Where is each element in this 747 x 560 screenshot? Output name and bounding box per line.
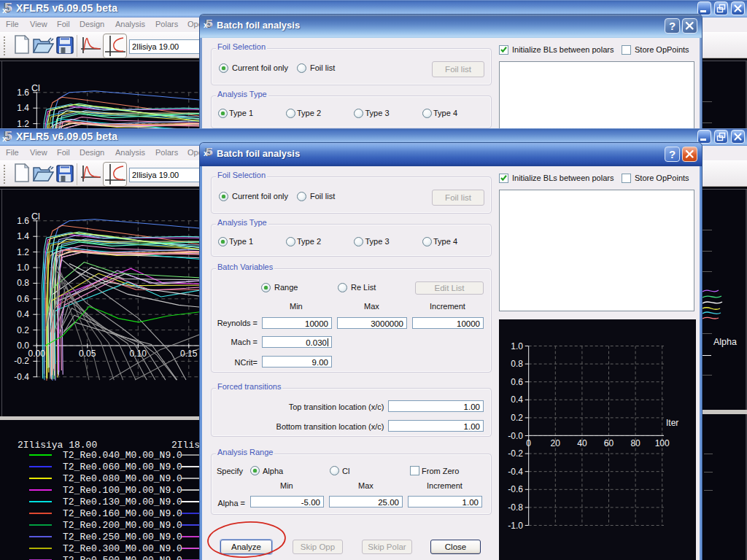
svg-text:1.6: 1.6 — [17, 216, 29, 226]
svg-text:1.0: 1.0 — [511, 341, 523, 351]
svg-text:40: 40 — [577, 438, 587, 448]
svg-text:100: 100 — [655, 438, 670, 448]
svg-text:0.6: 0.6 — [511, 377, 523, 387]
svg-text:0.00: 0.00 — [28, 349, 46, 359]
svg-text:-0.8: -0.8 — [508, 502, 523, 513]
svg-text:0.05: 0.05 — [79, 349, 96, 359]
svg-text:0: 0 — [526, 438, 531, 448]
svg-text:-0.4: -0.4 — [508, 467, 523, 477]
svg-text:1.4: 1.4 — [17, 103, 29, 113]
svg-text:Cl: Cl — [31, 83, 40, 93]
svg-text:Iter: Iter — [666, 418, 678, 428]
svg-text:0.15: 0.15 — [180, 349, 198, 359]
svg-text:60: 60 — [604, 438, 614, 448]
svg-text:0.6: 0.6 — [17, 294, 29, 304]
svg-text:-0.2: -0.2 — [508, 448, 523, 459]
svg-text:0.4: 0.4 — [17, 309, 29, 319]
svg-text:1.0: 1.0 — [17, 262, 29, 273]
svg-text:0.8: 0.8 — [17, 278, 29, 288]
svg-text:-0.6: -0.6 — [508, 484, 523, 494]
svg-text:80: 80 — [630, 438, 640, 448]
svg-text:0.10: 0.10 — [130, 349, 147, 359]
svg-text:1.2: 1.2 — [17, 119, 29, 128]
svg-text:0.2: 0.2 — [511, 413, 523, 423]
svg-text:Cl: Cl — [31, 211, 40, 222]
svg-text:0.2: 0.2 — [17, 325, 29, 335]
svg-text:20: 20 — [551, 438, 561, 448]
svg-text:1.2: 1.2 — [17, 247, 29, 257]
svg-text:1.6: 1.6 — [17, 88, 29, 98]
svg-text:0.8: 0.8 — [511, 359, 523, 369]
svg-text:-0.4: -0.4 — [14, 372, 29, 382]
svg-text:0.4: 0.4 — [511, 394, 523, 405]
svg-text:-1.0: -1.0 — [508, 521, 523, 531]
svg-text:1.4: 1.4 — [17, 231, 29, 241]
svg-text:-0.0: -0.0 — [508, 431, 523, 441]
svg-text:-0.2: -0.2 — [14, 356, 29, 366]
